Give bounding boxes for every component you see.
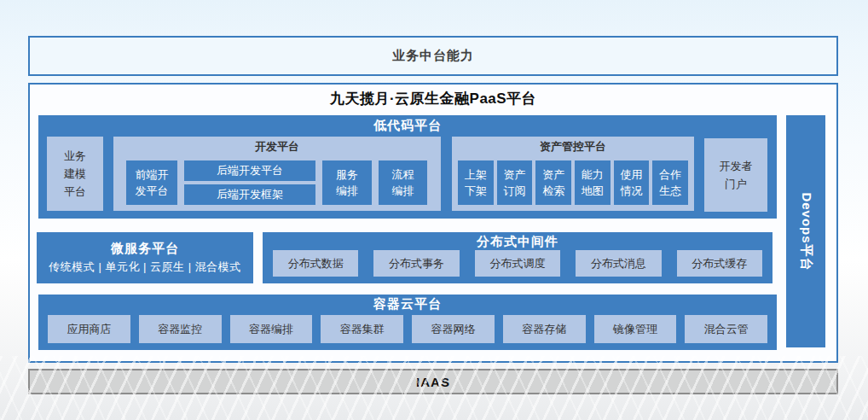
distributed-middleware-section: 分布式中间件 分布式数据 分布式事务 分布式调度 分布式消息 分布式缓存 xyxy=(263,232,773,283)
asset-control-items-row: 上架 下架 资产 订阅 资产 检索 能力 地图 xyxy=(458,160,688,205)
asset-item-subscription-box: 资产 订阅 xyxy=(497,160,533,205)
distributed-data-box: 分布式数据 xyxy=(273,250,358,277)
asset-item-line: 资产 xyxy=(542,166,564,183)
asset-control-platform-group: 资产管控平台 上架 下架 资产 订阅 资产 检索 能力 xyxy=(452,137,694,211)
asset-item-line: 上架 xyxy=(465,166,487,183)
asset-item-line: 资产 xyxy=(504,166,526,183)
microservice-platform-title: 微服务平台 xyxy=(111,241,179,257)
app-store-box: 应用商店 xyxy=(48,315,130,343)
developer-portal-line: 开发者 xyxy=(720,157,753,175)
iaas-layer-bar: IAAS xyxy=(28,369,838,394)
devops-platform-label: Devops平台 xyxy=(798,192,814,271)
asset-item-line: 能力 xyxy=(582,166,604,183)
service-orchestration-line: 编排 xyxy=(336,183,358,199)
asset-item-line: 检索 xyxy=(542,183,564,199)
business-middle-platform-banner: 业务中台能力 xyxy=(28,36,838,76)
asset-item-line: 情况 xyxy=(621,183,643,199)
business-middle-platform-label: 业务中台能力 xyxy=(392,48,474,64)
asset-item-line: 订阅 xyxy=(504,183,526,199)
distributed-cache-box: 分布式缓存 xyxy=(677,250,762,277)
middleware-items-row: 分布式数据 分布式事务 分布式调度 分布式消息 分布式缓存 xyxy=(273,250,762,277)
asset-item-shelf-box: 上架 下架 xyxy=(458,160,494,205)
asset-control-platform-title: 资产管控平台 xyxy=(452,139,694,155)
lowcode-platform-title: 低代码平台 xyxy=(38,118,777,134)
service-orchestration-box: 服务 编排 xyxy=(322,160,372,205)
hybrid-cloud-mgmt-box: 混合云管 xyxy=(685,315,767,343)
asset-item-ecosystem-box: 合作 生态 xyxy=(652,160,688,205)
dev-platform-group-title: 开发平台 xyxy=(113,139,441,155)
paas-platform-title: 九天揽月·云原生金融PaaS平台 xyxy=(30,89,836,108)
container-network-box: 容器网络 xyxy=(412,315,495,343)
asset-item-line: 地图 xyxy=(582,183,604,199)
developer-portal-box: 开发者 门户 xyxy=(704,138,767,212)
container-orchestration-box: 容器编排 xyxy=(230,315,313,343)
asset-item-capability-map-box: 能力 地图 xyxy=(575,160,610,205)
distributed-transaction-box: 分布式事务 xyxy=(373,250,459,277)
asset-item-line: 生态 xyxy=(659,183,681,199)
business-modeling-line: 平台 xyxy=(64,183,86,201)
microservice-platform-section: 微服务平台 传统模式 | 单元化 | 云原生 | 混合模式 xyxy=(37,232,253,283)
asset-item-usage-box: 使用 情况 xyxy=(614,160,650,205)
business-modeling-platform-box: 业务 建模 平台 xyxy=(47,137,103,211)
container-storage-box: 容器存储 xyxy=(503,315,586,343)
developer-portal-line: 门户 xyxy=(725,175,747,193)
business-modeling-line: 业务 xyxy=(64,147,86,165)
distributed-middleware-title: 分布式中间件 xyxy=(263,234,773,250)
container-items-row: 应用商店 容器监控 容器编排 容器集群 容器网络 容器存储 镜像管理 混合云管 xyxy=(48,315,767,343)
process-orchestration-line: 流程 xyxy=(392,166,414,183)
paas-platform-panel: 九天揽月·云原生金融PaaS平台 低代码平台 业务 建模 平台 开发平台 前端开… xyxy=(28,83,838,363)
container-monitoring-box: 容器监控 xyxy=(139,315,222,343)
asset-item-line: 合作 xyxy=(659,166,681,183)
backend-dev-framework-box: 后端开发框架 xyxy=(184,184,315,205)
process-orchestration-line: 编排 xyxy=(392,183,414,199)
distributed-message-box: 分布式消息 xyxy=(576,250,661,277)
container-cloud-title: 容器云平台 xyxy=(38,296,777,312)
container-cloud-section: 容器云平台 应用商店 容器监控 容器编排 容器集群 容器网络 容器存储 镜像管理… xyxy=(38,295,777,350)
microservice-modes-subtitle: 传统模式 | 单元化 | 云原生 | 混合模式 xyxy=(49,260,240,275)
business-modeling-line: 建模 xyxy=(64,165,86,183)
asset-item-search-box: 资产 检索 xyxy=(535,160,571,205)
distributed-scheduling-box: 分布式调度 xyxy=(475,250,560,277)
frontend-dev-platform-box: 前端开发平台 xyxy=(126,160,177,205)
architecture-diagram: 业务中台能力 九天揽月·云原生金融PaaS平台 低代码平台 业务 建模 平台 开… xyxy=(0,0,868,420)
lowcode-platform-section: 低代码平台 业务 建模 平台 开发平台 前端开发平台 后端开发平台 后端开发框架… xyxy=(38,115,777,219)
image-management-box: 镜像管理 xyxy=(594,315,677,343)
backend-dev-platform-box: 后端开发平台 xyxy=(184,160,315,181)
service-orchestration-line: 服务 xyxy=(336,166,358,183)
asset-item-line: 使用 xyxy=(621,166,643,183)
container-cluster-box: 容器集群 xyxy=(321,315,403,343)
backend-dev-stack: 后端开发平台 后端开发框架 xyxy=(184,160,315,205)
process-orchestration-box: 流程 编排 xyxy=(379,160,427,205)
iaas-label: IAAS xyxy=(416,375,450,389)
asset-item-line: 下架 xyxy=(465,183,487,199)
dev-platform-group: 开发平台 前端开发平台 后端开发平台 后端开发框架 服务 编排 流程 编排 xyxy=(113,137,441,211)
devops-platform-bar: Devops平台 xyxy=(786,115,825,347)
